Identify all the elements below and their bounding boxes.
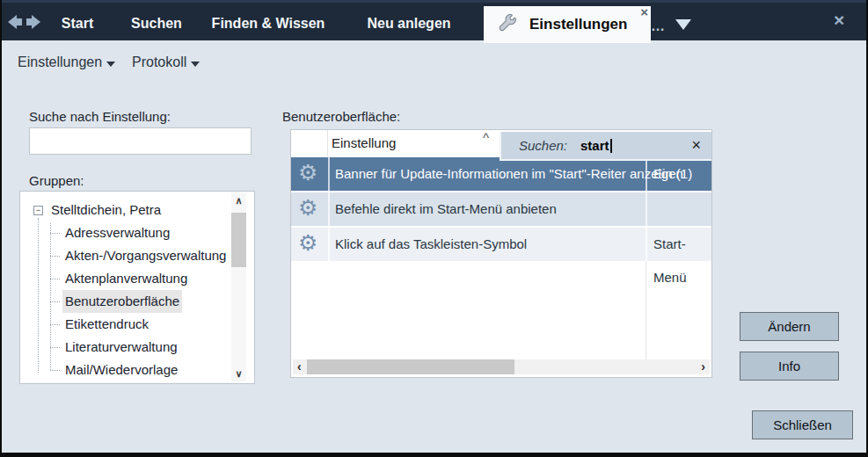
tree-item-etikettendruck[interactable]: Etikettendruck xyxy=(20,313,222,336)
tree-item-label: Benutzeroberfläche xyxy=(62,290,182,313)
tab-close-icon[interactable]: × xyxy=(640,4,648,20)
table-horizontal-scrollbar[interactable]: ‹ › xyxy=(293,359,710,374)
search-close-icon[interactable]: × xyxy=(691,132,701,159)
setting-value: Start-Menü xyxy=(653,228,711,294)
tree-item-aktenplanverwaltung[interactable]: Aktenplanverwaltung xyxy=(20,267,222,290)
window-border xyxy=(0,453,868,457)
search-setting-input[interactable] xyxy=(29,127,252,155)
sort-ascending-icon: ^ xyxy=(483,130,489,145)
tree-item-label: Etikettendruck xyxy=(62,313,151,336)
tree-root-label: Stelltdichein, Petra xyxy=(51,199,161,221)
tree-item-label: Adressverwaltung xyxy=(62,221,172,244)
tree-vertical-scrollbar[interactable]: ∧ ∨ xyxy=(231,193,246,381)
setting-name: Befehle direkt im Start-Menü anbieten xyxy=(335,192,557,226)
tree-item-label: Mail/Wiedervorlage xyxy=(62,359,180,381)
tree-root-item[interactable]: − Stelltdichein, Petra xyxy=(20,199,222,221)
window-border xyxy=(0,0,2,457)
search-setting-label: Suche nach Einstellung: xyxy=(29,109,171,124)
aendern-button[interactable]: Ändern xyxy=(740,312,839,341)
tree-item-mail-wiedervorlage[interactable]: Mail/Wiedervorlage xyxy=(20,359,222,381)
table-row[interactable]: ⚙ Befehle direkt im Start-Menü anbieten xyxy=(291,192,711,226)
tree-collapse-icon[interactable]: − xyxy=(33,206,43,215)
back-arrow-icon[interactable] xyxy=(8,15,23,29)
gear-icon: ⚙ xyxy=(298,230,317,256)
menu-protokoll-label: Protokoll xyxy=(132,40,186,85)
table-search-label: Suchen: xyxy=(519,132,567,159)
scroll-left-icon[interactable]: ‹ xyxy=(297,359,302,374)
window-close-icon[interactable]: × xyxy=(834,10,844,31)
tab-finden-wissen[interactable]: Finden & Wissen xyxy=(209,3,327,40)
tab-overflow-ellipsis: … xyxy=(651,18,666,34)
gear-icon: ⚙ xyxy=(298,195,317,221)
scroll-up-icon[interactable]: ∧ xyxy=(231,195,246,207)
icon-column-header xyxy=(291,130,328,156)
tab-einstellungen-active[interactable]: Einstellungen × xyxy=(484,6,651,43)
tree-item-label: Aktenplanverwaltung xyxy=(62,267,190,290)
info-button[interactable]: Info xyxy=(740,352,839,381)
scrollbar-thumb[interactable] xyxy=(231,213,246,267)
chevron-down-icon xyxy=(106,62,115,67)
column-header-einstellung[interactable]: Einstellung xyxy=(332,130,396,156)
app-window: Start Suchen Finden & Wissen Neu anlegen… xyxy=(0,0,868,457)
tab-suchen[interactable]: Suchen xyxy=(127,3,186,40)
tab-start[interactable]: Start xyxy=(55,3,100,40)
settings-group-title: Benutzeroberfläche: xyxy=(282,109,400,124)
gear-icon: ⚙ xyxy=(298,160,317,185)
menu-protokoll[interactable]: Protokoll xyxy=(132,40,200,84)
tree-item-label: Akten-/Vorgangsverwaltung xyxy=(62,244,229,267)
table-search-text: start xyxy=(580,138,609,153)
table-search-overlay: Suchen: start × xyxy=(500,132,711,161)
table-row[interactable]: ⚙ Klick auf das Taskleisten-Symbol Start… xyxy=(291,228,711,261)
table-row-selected[interactable]: ⚙ Banner für Update-Informationen im "St… xyxy=(291,157,711,191)
scroll-down-icon[interactable]: ∨ xyxy=(231,368,246,380)
column-divider xyxy=(646,261,646,360)
scrollbar-thumb[interactable] xyxy=(307,359,514,374)
tree-item-label: Literaturverwaltung xyxy=(62,336,180,359)
forward-arrow-icon[interactable] xyxy=(26,15,40,29)
wrench-icon xyxy=(498,14,517,37)
active-tab-label: Einstellungen xyxy=(529,6,627,43)
setting-name: Klick auf das Taskleisten-Symbol xyxy=(335,228,527,261)
tab-neu-anlegen[interactable]: Neu anlegen xyxy=(359,3,459,40)
table-search-value[interactable]: start xyxy=(580,132,612,159)
scroll-right-icon[interactable]: › xyxy=(701,359,705,374)
tree-item-akten-vorgangsverwaltung[interactable]: Akten-/Vorgangsverwaltung xyxy=(20,244,222,267)
menu-einstellungen[interactable]: Einstellungen xyxy=(18,40,115,84)
settings-table: Einstellung ^ Suchen: start × ⚙ Banner f… xyxy=(290,129,712,378)
chevron-down-icon xyxy=(191,62,200,67)
groups-label: Gruppen: xyxy=(29,173,84,188)
text-caret xyxy=(610,139,612,153)
menu-einstellungen-label: Einstellungen xyxy=(18,40,102,85)
nav-arrows xyxy=(8,15,40,29)
menu-bar: Einstellungen Protokoll xyxy=(0,40,868,84)
setting-value: Ein (1) xyxy=(653,157,692,191)
schliessen-button[interactable]: Schließen xyxy=(752,410,853,439)
tree-item-adressverwaltung[interactable]: Adressverwaltung xyxy=(20,221,222,244)
tree-item-literaturverwaltung[interactable]: Literaturverwaltung xyxy=(20,336,222,359)
tree-item-benutzeroberflaeche[interactable]: Benutzeroberfläche xyxy=(20,290,222,313)
groups-tree: − Stelltdichein, Petra Adressverwaltung … xyxy=(19,191,255,384)
title-bar: Start Suchen Finden & Wissen Neu anlegen… xyxy=(0,0,868,40)
setting-name: Banner für Update-Informationen im "Star… xyxy=(335,157,683,191)
tab-list-dropdown-icon[interactable] xyxy=(675,19,691,30)
